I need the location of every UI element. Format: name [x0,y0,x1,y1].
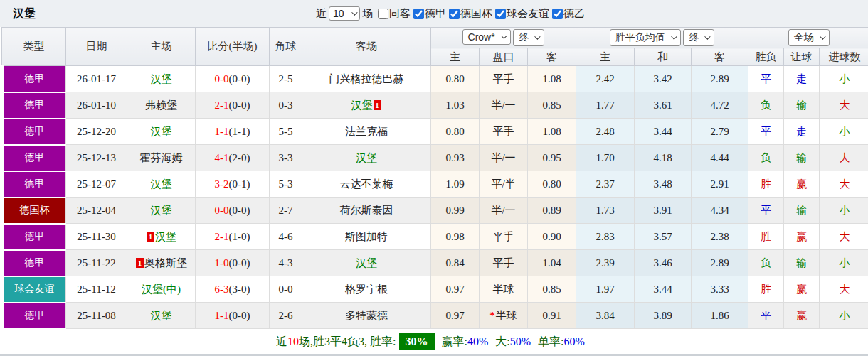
filter-checkbox-0[interactable] [378,9,388,19]
handicap-cell: 平手 [480,119,528,145]
corner-cell: 0-0 [270,276,302,303]
filter-checkbox-4[interactable] [552,9,563,19]
mean-draw-cell: 3.91 [635,198,692,224]
summary-count: 10 [287,335,299,348]
handicap-result-cell: 走 [784,66,820,92]
filter-checkbox-1[interactable] [413,9,424,19]
chevron-down-icon [820,33,825,39]
top-bar: 汉堡 近 10 场 同客德甲德国杯球会友谊德乙 [0,0,868,27]
handicap-result-cell: 走 [784,119,820,145]
result-group-header: 全场 [748,28,868,48]
away-team-cell: 法兰克福 [302,119,431,145]
chevron-down-icon [351,9,357,15]
filter-checkbox-3[interactable] [495,9,506,19]
league-tag: 德甲 [2,92,66,119]
outcome-cell: 平 [748,303,784,329]
corner-cell: 2-6 [270,303,302,329]
goals-result-cell: 小 [820,303,868,329]
home-team-cell: 汉堡 [127,303,196,329]
outcome-cell: 负 [748,92,784,119]
mean-away-cell: 3.33 [692,276,748,303]
filter-checkbox-2[interactable] [449,9,460,19]
filter-label: 德甲 [425,7,446,21]
table-row: 德甲 25-11-22 1奥格斯堡 1-0(0-0) 4-3 汉堡 0.84 平… [2,250,868,276]
col-header-home: 主场 [127,28,196,66]
win-rate-badge: 30% [399,333,435,350]
odds-away-cell: 1.04 [528,250,576,276]
corner-cell: 0-3 [270,92,302,119]
odds-away-cell: 0.80 [528,171,576,198]
goals-result-cell: 小 [820,66,868,92]
home-team-cell: 汉堡 [127,119,196,145]
col-header-score: 比分(半场) [196,28,270,66]
goals-result-cell: 小 [820,250,868,276]
mean-home-cell: 1.73 [576,198,635,224]
odds-time-select[interactable]: 终 [513,29,544,46]
odds-away-cell: 0.85 [528,92,576,119]
odds-away-cell: 0.91 [528,303,576,329]
corner-cell: 5-3 [270,171,302,198]
league-tag: 德甲 [2,250,66,276]
chevron-down-icon [501,33,507,38]
mean-away-cell: 4.34 [692,198,748,224]
sub-header-odds-home: 主 [431,48,480,66]
home-team-cell: 1汉堡 [127,224,196,250]
summary-item-value: 40% [467,335,488,348]
recent-count-select[interactable]: 10 [329,6,360,21]
outcome-cell: 平 [748,66,784,92]
sub-header-outcome: 胜负 [748,48,784,66]
period-select[interactable]: 全场 [788,29,830,46]
mean-home-cell: 1.77 [576,92,635,119]
chevron-down-icon [671,33,677,39]
mean-draw-cell: 3.61 [635,92,692,119]
odds-home-cell: 1.03 [431,92,480,119]
outcome-cell: 胜 [748,276,784,303]
handicap-cell: 平手 [480,224,528,250]
mean-time-select[interactable]: 终 [683,29,714,46]
table-row: 德甲 26-01-17 汉堡 0-0(0-0) 2-5 门兴格拉德巴赫 0.80… [2,66,868,92]
league-tag: 球会友谊 [2,276,66,303]
away-team-cell: 汉堡1 [302,92,431,119]
handicap-cell: 半球 [480,276,528,303]
col-header-date: 日期 [66,28,127,66]
league-tag: 德国杯 [2,198,66,224]
matches-label: 场 [362,7,373,21]
home-team-cell: 霍芬海姆 [127,145,196,171]
mean-odds-select[interactable]: 胜平负均值 [610,29,681,46]
chevron-down-icon [535,33,541,39]
corner-cell: 5-5 [270,119,302,145]
away-team-cell: 汉堡 [302,145,431,171]
odds-home-cell: 0.98 [431,224,480,250]
near-label: 近 [316,7,327,21]
summary-prefix: 近 [276,335,287,350]
handicap-result-cell: 赢 [784,171,820,198]
home-team-cell: 弗赖堡 [127,92,196,119]
sub-header-mean-draw: 和 [635,48,692,66]
table-row: 德甲 25-12-20 汉堡 1-1(1-1) 5-5 法兰克福 0.80 平手… [2,119,868,145]
mean-draw-cell: 3.46 [635,250,692,276]
score-cell: 2-1(0-0) [196,92,270,119]
corner-cell: 2-7 [270,198,302,224]
odds-home-cell: 0.84 [431,250,480,276]
date-cell: 25-12-07 [66,171,127,198]
match-history-table: 类型 日期 主场 比分(半场) 角球 客场 Crow* 终 胜平负均值 终 [0,27,868,330]
odds-home-cell: 0.99 [431,198,480,224]
red-number-badge: 1 [374,100,381,110]
sub-header-mean-home: 主 [576,48,635,66]
date-cell: 25-11-22 [66,250,127,276]
team-title: 汉堡 [13,6,36,21]
bookmaker-select[interactable]: Crow* [462,29,511,45]
odds-home-cell: 1.09 [431,171,480,198]
handicap-cell: 平手 [480,66,528,92]
mean-away-cell: 4.44 [692,145,748,171]
mean-draw-cell: 3.57 [635,224,692,250]
table-row: 德甲 25-12-13 霍芬海姆 4-1(2-0) 3-3 汉堡 0.93 半/… [2,145,868,171]
odds-group-header: Crow* 终 [431,28,576,48]
goals-result-cell: 大 [820,171,868,198]
score-cell: 1-0(0-0) [196,250,270,276]
odds-home-cell: 0.80 [431,119,480,145]
handicap-cell: 半/一 [480,145,528,171]
red-number-badge: 1 [136,258,144,268]
handicap-cell: 平/半 [480,171,528,198]
table-row: 德甲 25-11-08 汉堡 1-1(0-0) 2-6 多特蒙德 0.97 *半… [2,303,868,329]
